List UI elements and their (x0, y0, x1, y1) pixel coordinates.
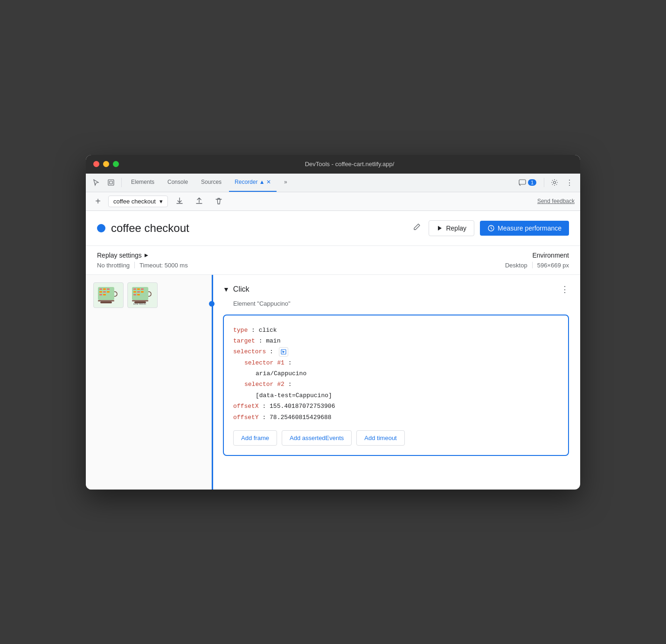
performance-icon (487, 224, 495, 232)
step-type: Click (233, 285, 557, 294)
svg-rect-2 (519, 180, 526, 184)
thumbnail-svg-1 (96, 285, 121, 306)
add-asserted-events-btn[interactable]: Add assertedEvents (282, 430, 352, 446)
thumbnail-svg-2: Etna 560/20 (130, 285, 155, 306)
code-target-line: target : main (233, 336, 559, 346)
code-block: type : click target : main selectors : (223, 315, 569, 456)
svg-rect-15 (103, 294, 106, 295)
add-frame-btn[interactable]: Add frame (233, 430, 277, 446)
step-collapse-btn[interactable]: ▼ (223, 286, 229, 293)
code-selector1-val-line: aria/Cappucino (233, 368, 559, 379)
env-separator (532, 262, 533, 268)
svg-rect-13 (107, 291, 110, 293)
replay-settings-bar: Replay settings ▶ No throttling Timeout:… (86, 246, 580, 275)
svg-rect-11 (99, 291, 102, 293)
code-selector2-val-line: [data-test=Cappucino] (233, 390, 559, 401)
toolbar: + coffee checkout ▾ Send feedback (86, 192, 580, 211)
inspect-icon (107, 179, 115, 186)
step-element: Element "Cappucino" (223, 300, 569, 307)
svg-marker-5 (438, 226, 442, 231)
gear-icon (551, 179, 558, 186)
thumbnail-1 (93, 282, 124, 308)
env-row: Desktop 596×669 px (505, 262, 569, 269)
code-offsetX-line: offsetX : 155.40187072753906 (233, 401, 559, 412)
steps-sidebar: Etna 560/20 (86, 275, 212, 490)
more-btn[interactable]: ⋮ (563, 176, 576, 189)
recording-select[interactable]: coffee checkout ▾ (108, 196, 168, 207)
svg-rect-14 (99, 294, 102, 295)
svg-rect-17 (100, 301, 112, 303)
cursor-icon-btn[interactable] (90, 177, 103, 188)
svg-text:Etna 560/20: Etna 560/20 (133, 302, 146, 305)
settings-separator (134, 262, 135, 268)
svg-rect-19 (133, 288, 136, 290)
edit-title-btn[interactable] (411, 221, 423, 235)
window-title: DevTools - coffee-cart.netlify.app/ (126, 161, 573, 168)
send-feedback-btn[interactable]: Send feedback (537, 198, 575, 204)
timeline-dot (209, 301, 215, 307)
close-button[interactable] (93, 161, 99, 167)
svg-rect-16 (98, 300, 114, 301)
export-btn[interactable] (172, 195, 187, 207)
export-icon (175, 197, 184, 205)
settings-row: No throttling Timeout: 5000 ms (97, 262, 505, 269)
picker-icon (281, 349, 286, 355)
import-icon (195, 197, 203, 205)
settings-btn[interactable] (548, 177, 561, 188)
svg-rect-20 (137, 288, 140, 290)
svg-rect-27 (132, 300, 148, 301)
cursor-icon (92, 179, 100, 186)
svg-rect-22 (133, 291, 136, 293)
traffic-lights (93, 161, 119, 167)
svg-rect-24 (141, 291, 144, 293)
code-selector2-key-line: selector #2 : (233, 379, 559, 390)
tab-elements[interactable]: Elements (125, 173, 160, 192)
recording-title: coffee checkout (111, 222, 405, 235)
import-btn[interactable] (191, 195, 207, 207)
tab-console[interactable]: Console (162, 173, 194, 192)
tab-recorder[interactable]: Recorder ▲ ✕ (229, 173, 277, 192)
step-header: ▼ Click ⋮ (223, 284, 569, 294)
selectors-picker-icon[interactable] (279, 347, 288, 357)
trash-icon (215, 197, 223, 205)
svg-rect-1 (110, 181, 112, 184)
add-timeout-btn[interactable]: Add timeout (356, 430, 404, 446)
add-recording-btn[interactable]: + (91, 195, 104, 208)
code-type-line: type : click (233, 325, 559, 336)
tab-sources[interactable]: Sources (195, 173, 227, 192)
devtools-nav: Elements Console Sources Recorder ▲ ✕ » … (86, 174, 580, 192)
tab-more[interactable]: » (278, 173, 293, 192)
code-offsetY-line: offsetY : 78.25460815429688 (233, 412, 559, 423)
code-selectors-line: selectors : (233, 346, 559, 357)
recording-header: coffee checkout Replay Measure performan… (86, 211, 580, 246)
env-title: Environment (505, 252, 569, 259)
step-menu-btn[interactable]: ⋮ (561, 284, 569, 294)
feedback-btn[interactable]: 1 (515, 177, 540, 188)
title-bar: DevTools - coffee-cart.netlify.app/ (86, 155, 580, 174)
svg-point-4 (554, 182, 556, 184)
settings-left: Replay settings ▶ No throttling Timeout:… (97, 252, 505, 269)
inspect-icon-btn[interactable] (104, 177, 118, 188)
svg-rect-9 (103, 288, 106, 290)
delete-btn[interactable] (211, 195, 227, 207)
edit-icon (413, 223, 421, 231)
recording-indicator (97, 224, 105, 232)
minimize-button[interactable] (103, 161, 109, 167)
measure-performance-btn[interactable]: Measure performance (480, 221, 569, 236)
svg-rect-21 (141, 288, 144, 290)
svg-rect-8 (99, 288, 102, 290)
nav-separator-1 (121, 178, 122, 187)
svg-rect-25 (133, 294, 136, 295)
svg-rect-12 (103, 291, 106, 293)
code-selector1-key-line: selector #1 : (233, 357, 559, 368)
nav-separator-2 (544, 178, 544, 187)
replay-settings-title: Replay settings ▶ (97, 252, 505, 259)
timeline-bar (212, 275, 213, 490)
maximize-button[interactable] (113, 161, 119, 167)
svg-rect-0 (108, 180, 114, 185)
steps-area: Etna 560/20 ▼ Click ⋮ Element "Cappucino… (86, 275, 580, 490)
thumbnail-2: Etna 560/20 (127, 282, 158, 308)
settings-right: Environment Desktop 596×669 px (505, 252, 569, 269)
replay-btn[interactable]: Replay (429, 220, 474, 236)
step-thumbnail: Etna 560/20 (93, 282, 204, 308)
